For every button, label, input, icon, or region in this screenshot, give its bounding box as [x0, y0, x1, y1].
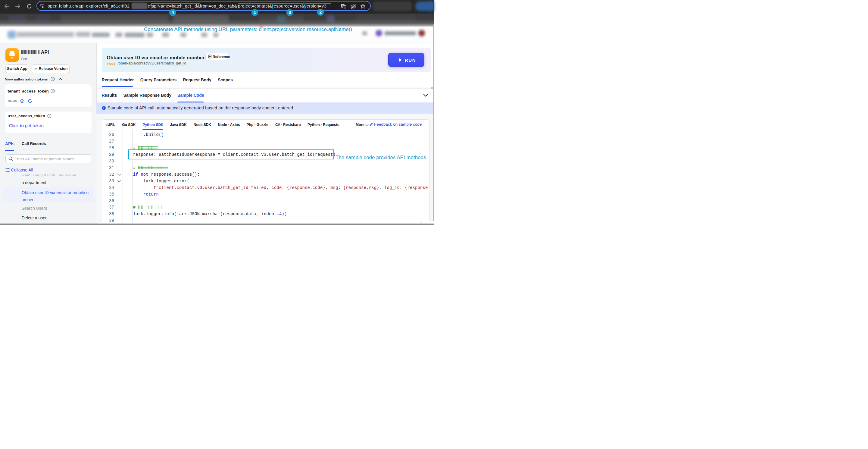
svg-text:?: ?: [52, 90, 53, 92]
svg-text:文: 文: [344, 6, 346, 9]
svg-text:?: ?: [49, 115, 50, 117]
svg-text:?: ?: [52, 78, 53, 81]
